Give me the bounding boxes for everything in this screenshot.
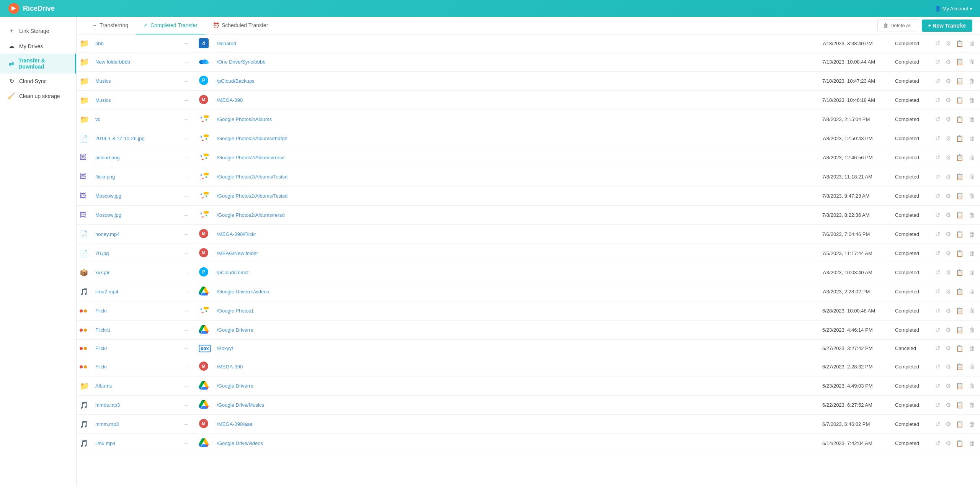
settings-button[interactable]: ⚙ xyxy=(944,419,953,429)
settings-button[interactable]: ⚙ xyxy=(944,344,953,353)
delete-button[interactable]: 🗑 xyxy=(967,439,977,448)
report-button[interactable]: 📋 xyxy=(954,381,965,391)
delete-button[interactable]: 🗑 xyxy=(967,191,977,201)
dest-path-cell[interactable]: /MEAG/New folder xyxy=(214,244,819,263)
file-name-cell[interactable]: Musics xyxy=(92,91,176,110)
retry-button[interactable]: ↺ xyxy=(933,381,942,391)
report-button[interactable]: 📋 xyxy=(954,249,965,258)
report-button[interactable]: 📋 xyxy=(954,39,965,48)
report-button[interactable]: 📋 xyxy=(954,95,965,105)
delete-button[interactable]: 🗑 xyxy=(967,96,977,105)
retry-button[interactable]: ↺ xyxy=(933,439,942,448)
delete-button[interactable]: 🗑 xyxy=(967,306,977,316)
file-name-cell[interactable]: Flickr xyxy=(92,301,176,321)
settings-button[interactable]: ⚙ xyxy=(944,134,953,143)
account-menu[interactable]: 👤 My Account ▾ xyxy=(935,6,972,11)
delete-button[interactable]: 🗑 xyxy=(967,115,977,124)
delete-button[interactable]: 🗑 xyxy=(967,326,977,335)
delete-button[interactable]: 🗑 xyxy=(967,39,977,48)
retry-button[interactable]: ↺ xyxy=(933,57,942,67)
retry-button[interactable]: ↺ xyxy=(933,115,942,124)
report-button[interactable]: 📋 xyxy=(954,134,965,143)
settings-button[interactable]: ⚙ xyxy=(944,95,953,105)
settings-button[interactable]: ⚙ xyxy=(944,439,953,448)
report-button[interactable]: 📋 xyxy=(954,362,965,371)
file-name-cell[interactable]: Flickr xyxy=(92,340,176,357)
settings-button[interactable]: ⚙ xyxy=(944,115,953,124)
delete-all-button[interactable]: 🗑 Delete All xyxy=(877,20,917,31)
file-name-cell[interactable]: 70.jpg xyxy=(92,244,176,263)
settings-button[interactable]: ⚙ xyxy=(944,191,953,201)
retry-button[interactable]: ↺ xyxy=(933,287,942,296)
report-button[interactable]: 📋 xyxy=(954,306,965,316)
dest-path-cell[interactable]: /MEGA-390/aaa xyxy=(214,415,819,434)
settings-button[interactable]: ⚙ xyxy=(944,287,953,296)
dest-path-cell[interactable]: /MEGA-390 xyxy=(214,91,819,110)
retry-button[interactable]: ↺ xyxy=(933,249,942,258)
delete-button[interactable]: 🗑 xyxy=(967,57,977,67)
settings-button[interactable]: ⚙ xyxy=(944,400,953,410)
file-name-cell[interactable]: vc xyxy=(92,110,176,129)
file-name-cell[interactable]: limu2.mp4 xyxy=(92,282,176,301)
report-button[interactable]: 📋 xyxy=(954,172,965,182)
file-name-cell[interactable]: Albums xyxy=(92,376,176,396)
tab-scheduled-transfer[interactable]: ⏰ Scheduled Transfer xyxy=(205,17,276,34)
dest-path-cell[interactable]: /pCloud/Backups xyxy=(214,72,819,91)
settings-button[interactable]: ⚙ xyxy=(944,362,953,371)
delete-button[interactable]: 🗑 xyxy=(967,420,977,429)
report-button[interactable]: 📋 xyxy=(954,210,965,220)
dest-path-cell[interactable]: /Google Photos1 xyxy=(214,301,819,321)
file-name-cell[interactable]: Moscow.jpg xyxy=(92,187,176,206)
retry-button[interactable]: ↺ xyxy=(933,268,942,277)
settings-button[interactable]: ⚙ xyxy=(944,249,953,258)
tab-transferring[interactable]: → Transferring xyxy=(84,17,136,34)
settings-button[interactable]: ⚙ xyxy=(944,76,953,86)
file-name-cell[interactable]: pcloud.png xyxy=(92,148,176,167)
report-button[interactable]: 📋 xyxy=(954,419,965,429)
dest-path-cell[interactable]: /Google Photos2/Albums xyxy=(214,110,819,129)
sidebar-item-transfer-download[interactable]: ⇄ Transfer & Download xyxy=(0,54,76,74)
file-name-cell[interactable]: mmds.mp3 xyxy=(92,396,176,415)
tab-completed-transfer[interactable]: ✓ Completed Transfer xyxy=(136,17,205,34)
dest-path-cell[interactable]: /Google Photos2/Albums/Testsd xyxy=(214,187,819,206)
delete-button[interactable]: 🗑 xyxy=(967,287,977,296)
settings-button[interactable]: ⚙ xyxy=(944,381,953,391)
file-name-cell[interactable]: honey.mp4 xyxy=(92,225,176,244)
delete-button[interactable]: 🗑 xyxy=(967,362,977,371)
file-name-cell[interactable]: Flickr xyxy=(92,357,176,376)
delete-button[interactable]: 🗑 xyxy=(967,77,977,86)
dest-path-cell[interactable]: /Google Photos2/Albums/rersd xyxy=(214,148,819,167)
file-name-cell[interactable]: Moscow.jpg xyxy=(92,206,176,225)
report-button[interactable]: 📋 xyxy=(954,400,965,410)
delete-button[interactable]: 🗑 xyxy=(967,249,977,258)
delete-button[interactable]: 🗑 xyxy=(967,344,977,353)
file-name-cell[interactable]: flickr.png xyxy=(92,167,176,187)
settings-button[interactable]: ⚙ xyxy=(944,153,953,162)
file-name-cell[interactable]: New folderbbbb xyxy=(92,52,176,72)
settings-button[interactable]: ⚙ xyxy=(944,172,953,182)
file-name-cell[interactable]: xxx.jar xyxy=(92,263,176,282)
retry-button[interactable]: ↺ xyxy=(933,134,942,143)
report-button[interactable]: 📋 xyxy=(954,191,965,201)
sidebar-item-cloud-sync[interactable]: ↻ Cloud Sync xyxy=(0,74,76,88)
retry-button[interactable]: ↺ xyxy=(933,229,942,239)
retry-button[interactable]: ↺ xyxy=(933,344,942,353)
dest-path-cell[interactable]: /MEGA-390 xyxy=(214,357,819,376)
sidebar-item-clean-storage[interactable]: 🧹 Clean up storage xyxy=(0,88,76,103)
retry-button[interactable]: ↺ xyxy=(933,95,942,105)
report-button[interactable]: 📋 xyxy=(954,439,965,448)
new-transfer-button[interactable]: + New Transfer xyxy=(922,20,972,32)
report-button[interactable]: 📋 xyxy=(954,268,965,277)
sidebar-item-link-storage[interactable]: ＋ Link Storage xyxy=(0,23,76,39)
file-name-cell[interactable]: Flickrtt xyxy=(92,321,176,340)
report-button[interactable]: 📋 xyxy=(954,344,965,353)
dest-path-cell[interactable]: /Google Photos2/Albums/Testsd xyxy=(214,167,819,187)
file-name-cell[interactable]: limu.mp4 xyxy=(92,434,176,453)
dest-path-cell[interactable]: /One Drive/Sync/bbbb xyxy=(214,52,819,72)
dest-path-cell[interactable]: /Google Driverre xyxy=(214,376,819,396)
report-button[interactable]: 📋 xyxy=(954,76,965,86)
report-button[interactable]: 📋 xyxy=(954,57,965,67)
settings-button[interactable]: ⚙ xyxy=(944,325,953,335)
retry-button[interactable]: ↺ xyxy=(933,325,942,335)
dest-path-cell[interactable]: /Google Drive/Musics xyxy=(214,396,819,415)
